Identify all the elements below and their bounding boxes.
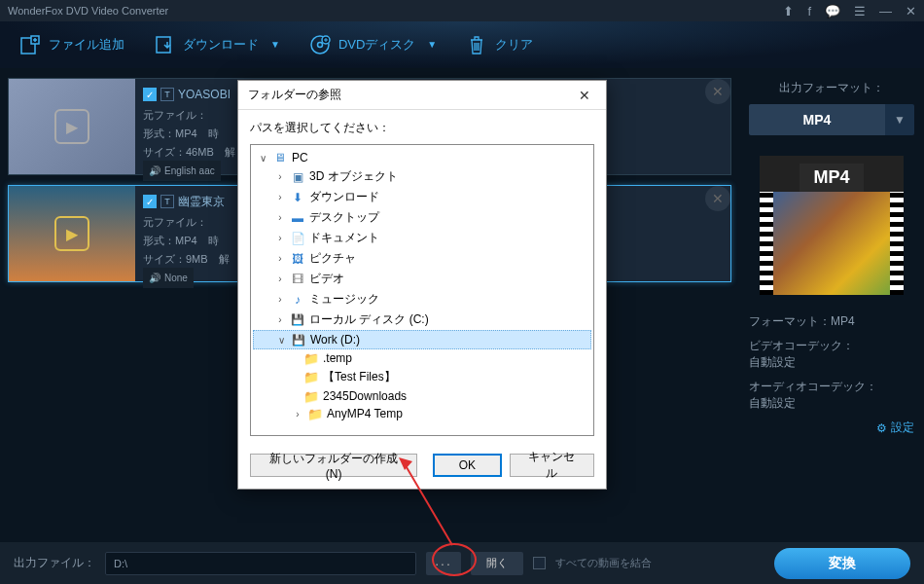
convert-button[interactable]: 変換 bbox=[774, 548, 910, 579]
folder-tree[interactable]: ∨ 🖥 PC ›▣3D オブジェクト ›⬇ダウンロード ›▬デスクトップ ›📄ド… bbox=[250, 144, 594, 436]
svg-rect-4 bbox=[157, 37, 170, 53]
output-path-input[interactable] bbox=[105, 552, 416, 575]
dvd-disc-button[interactable]: DVDディスク ▼ bbox=[309, 34, 437, 55]
format-info: フォーマット：MP4 bbox=[749, 313, 914, 330]
tree-item-selected[interactable]: ∨💾Work (D:) bbox=[253, 330, 591, 349]
videos-icon: 🎞 bbox=[290, 273, 305, 286]
pc-icon: 🖥 bbox=[272, 151, 288, 164]
disk-icon: 💾 bbox=[290, 313, 305, 327]
tree-item[interactable]: 📁2345Downloads bbox=[253, 387, 591, 405]
tree-item[interactable]: ›♪ミュージック bbox=[253, 289, 591, 310]
folder-browse-dialog: フォルダーの参照 ✕ パスを選択してください： ∨ 🖥 PC ›▣3D オブジェ… bbox=[237, 80, 607, 490]
dialog-prompt: パスを選択してください： bbox=[250, 120, 594, 136]
upload-icon[interactable]: ⬆ bbox=[783, 4, 794, 18]
tree-item[interactable]: ›🎞ビデオ bbox=[253, 269, 591, 289]
folder-icon: ▣ bbox=[290, 170, 305, 184]
tree-item[interactable]: ›💾ローカル ディスク (C:) bbox=[253, 310, 591, 330]
dvd-icon bbox=[309, 34, 331, 55]
close-icon[interactable]: ✕ bbox=[906, 4, 916, 18]
dialog-title: フォルダーの参照 bbox=[248, 87, 573, 103]
play-icon: ▶ bbox=[54, 109, 89, 144]
new-folder-button[interactable]: 新しいフォルダーの作成(N) bbox=[250, 454, 417, 477]
audio-track[interactable]: 🔊 English aac bbox=[143, 161, 221, 181]
output-panel: 出力フォーマット： MP4 ▼ MP4 フォーマット：MP4 ビデオコーデック：… bbox=[739, 68, 924, 541]
tree-item[interactable]: 📁【Test Files】 bbox=[253, 367, 591, 387]
expand-icon[interactable]: › bbox=[274, 171, 286, 182]
ok-button[interactable]: OK bbox=[433, 454, 501, 477]
tree-item[interactable]: 📁.temp bbox=[253, 349, 591, 367]
file-checkbox[interactable]: ✓ bbox=[143, 195, 157, 208]
app-title: WonderFox DVD Video Converter bbox=[8, 5, 168, 17]
add-file-button[interactable]: ファイル追加 bbox=[19, 34, 124, 55]
pictures-icon: 🖼 bbox=[290, 252, 305, 266]
main-toolbar: ファイル追加 ダウンロード ▼ DVDディスク ▼ クリア bbox=[0, 21, 924, 68]
file-thumbnail[interactable]: ▶ bbox=[9, 186, 135, 281]
expand-icon[interactable]: › bbox=[274, 294, 286, 305]
format-badge: MP4 bbox=[800, 164, 863, 192]
documents-icon: 📄 bbox=[290, 232, 305, 245]
tree-item[interactable]: ›🖼ピクチャ bbox=[253, 248, 591, 269]
open-folder-button[interactable]: 開く bbox=[471, 552, 523, 575]
dialog-buttons: 新しいフォルダーの作成(N) OK キャンセル bbox=[238, 444, 606, 489]
expand-icon[interactable]: › bbox=[274, 233, 286, 243]
bottom-bar: 出力ファイル： ··· 開く すべての動画を結合 変換 bbox=[0, 541, 924, 584]
output-format-dropdown[interactable]: MP4 ▼ bbox=[749, 104, 914, 135]
expand-icon[interactable]: › bbox=[274, 253, 286, 264]
file-title: 幽霊東京 bbox=[178, 192, 225, 211]
chevron-down-icon: ▼ bbox=[427, 39, 437, 50]
file-checkbox[interactable]: ✓ bbox=[143, 88, 157, 101]
collapse-icon[interactable]: ∨ bbox=[257, 153, 268, 164]
disk-icon: 💾 bbox=[291, 333, 306, 347]
add-file-icon bbox=[19, 34, 41, 55]
download-button[interactable]: ダウンロード ▼ bbox=[154, 34, 280, 55]
expand-icon[interactable]: › bbox=[292, 409, 303, 420]
expand-icon[interactable]: › bbox=[274, 274, 286, 284]
tree-item-pc[interactable]: ∨ 🖥 PC bbox=[253, 149, 591, 166]
minimize-icon[interactable]: — bbox=[879, 4, 892, 18]
trash-icon bbox=[466, 34, 487, 55]
expand-icon[interactable]: › bbox=[274, 192, 286, 202]
audio-codec-info: オーディオコーデック： 自動設定 bbox=[749, 379, 914, 412]
audio-track[interactable]: 🔊 None bbox=[143, 268, 194, 288]
tree-item[interactable]: ›⬇ダウンロード bbox=[253, 187, 591, 207]
tree-item[interactable]: ›▣3D オブジェクト bbox=[253, 166, 591, 187]
remove-file-button[interactable]: ✕ bbox=[705, 79, 730, 104]
tree-item[interactable]: ›📁AnyMP4 Temp bbox=[253, 405, 591, 422]
play-icon: ▶ bbox=[54, 216, 89, 251]
titlebar-controls: ⬆ f 💬 ☰ — ✕ bbox=[783, 4, 916, 18]
cancel-button[interactable]: キャンセル bbox=[510, 454, 594, 477]
chevron-down-icon: ▼ bbox=[270, 39, 280, 50]
folder-icon: 📁 bbox=[303, 389, 319, 403]
menu-icon[interactable]: ☰ bbox=[854, 4, 866, 18]
output-format-label: 出力フォーマット： bbox=[749, 80, 914, 96]
dialog-titlebar: フォルダーの参照 ✕ bbox=[238, 81, 606, 110]
collapse-icon[interactable]: ∨ bbox=[275, 335, 287, 346]
expand-icon[interactable]: › bbox=[274, 314, 286, 325]
svg-point-6 bbox=[317, 42, 322, 47]
tree-item[interactable]: ›📄ドキュメント bbox=[253, 228, 591, 248]
browse-button[interactable]: ··· bbox=[426, 552, 461, 575]
format-value: MP4 bbox=[749, 104, 885, 135]
tree-item[interactable]: ›▬デスクトップ bbox=[253, 207, 591, 228]
merge-label: すべての動画を結合 bbox=[555, 556, 652, 570]
titlebar: WonderFox DVD Video Converter ⬆ f 💬 ☰ — … bbox=[0, 0, 924, 21]
format-preview[interactable]: MP4 bbox=[759, 155, 905, 296]
dialog-close-button[interactable]: ✕ bbox=[573, 84, 596, 107]
folder-icon: 📁 bbox=[307, 407, 323, 420]
file-thumbnail[interactable]: ▶ bbox=[9, 79, 135, 174]
facebook-icon[interactable]: f bbox=[807, 4, 811, 18]
folder-icon: 📁 bbox=[303, 371, 319, 384]
folder-icon: 📁 bbox=[303, 351, 319, 365]
clear-button[interactable]: クリア bbox=[466, 34, 533, 55]
merge-checkbox[interactable] bbox=[533, 557, 546, 569]
remove-file-button[interactable]: ✕ bbox=[705, 186, 730, 211]
chat-icon[interactable]: 💬 bbox=[825, 4, 840, 18]
gear-icon: ⚙ bbox=[876, 421, 887, 435]
expand-icon[interactable]: › bbox=[274, 212, 286, 223]
settings-button[interactable]: ⚙ 設定 bbox=[749, 420, 914, 436]
output-path-label: 出力ファイル： bbox=[14, 555, 95, 571]
file-type-badge: T bbox=[160, 195, 174, 208]
chevron-down-icon[interactable]: ▼ bbox=[885, 104, 914, 135]
music-icon: ♪ bbox=[290, 293, 305, 307]
desktop-icon: ▬ bbox=[290, 211, 305, 225]
